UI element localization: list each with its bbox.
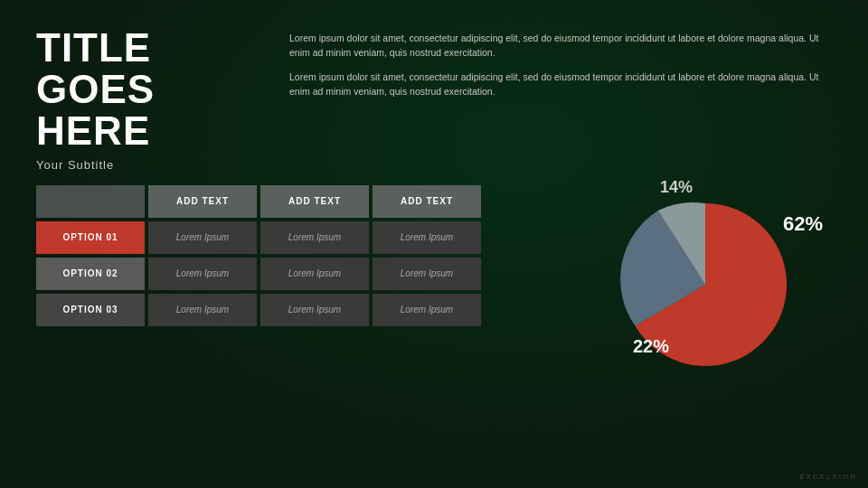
th-add-text-3: ADD TEXT: [373, 185, 481, 218]
title-block: TITLE GOES HERE Your Subtitle: [36, 27, 235, 172]
th-empty: [36, 185, 145, 218]
title-line3: HERE: [36, 108, 150, 153]
description-block: Lorem ipsum dolor sit amet, consectetur …: [235, 27, 832, 108]
chart-label-14: 14%: [660, 178, 693, 197]
table-row-option03: OPTION 03 Lorem Ipsum Lorem Ipsum Lorem …: [36, 294, 561, 326]
pct-14-text: 14%: [660, 178, 693, 196]
table-row-option02: OPTION 02 Lorem Ipsum Lorem Ipsum Lorem …: [36, 258, 561, 290]
option01-cell1: Lorem Ipsum: [148, 221, 257, 254]
description-2: Lorem ipsum dolor sit amet, consectetur …: [289, 70, 832, 99]
option01-label: OPTION 01: [36, 221, 145, 254]
option01-cell3: Lorem Ipsum: [373, 221, 481, 254]
pie-chart-container: 14% 62% 22%: [615, 194, 796, 375]
th-add-text-1: ADD TEXT: [148, 185, 257, 218]
option02-cell3: Lorem Ipsum: [373, 258, 481, 290]
table-header-row: ADD TEXT ADD TEXT ADD TEXT: [36, 185, 561, 218]
option02-text: OPTION 02: [62, 268, 118, 278]
chart-label-22: 22%: [633, 336, 669, 357]
th-add-text-2: ADD TEXT: [260, 185, 369, 218]
subtitle: Your Subtitle: [36, 158, 235, 172]
option01-cell2: Lorem Ipsum: [260, 221, 369, 254]
option03-cell1: Lorem Ipsum: [148, 294, 257, 326]
title-line2: GOES: [36, 67, 155, 111]
option03-label: OPTION 03: [36, 294, 145, 326]
chart-wrapper: 14% 62% 22%: [579, 185, 832, 375]
option03-cell2: Lorem Ipsum: [260, 294, 369, 326]
chart-label-62: 62%: [783, 212, 823, 236]
page-title: TITLE GOES HERE: [36, 27, 235, 153]
option03-text: OPTION 03: [62, 305, 118, 314]
option03-cell3: Lorem Ipsum: [373, 294, 481, 326]
main-content: ADD TEXT ADD TEXT ADD TEXT OPTION 01 Lor…: [36, 185, 832, 375]
pct-22-text: 22%: [633, 336, 669, 356]
page-content: TITLE GOES HERE Your Subtitle Lorem ipsu…: [0, 0, 868, 488]
description-1: Lorem ipsum dolor sit amet, consectetur …: [289, 31, 832, 61]
top-section: TITLE GOES HERE Your Subtitle Lorem ipsu…: [36, 27, 832, 172]
title-line1: TITLE: [36, 25, 151, 70]
option02-cell2: Lorem Ipsum: [260, 258, 369, 290]
option02-label: OPTION 02: [36, 258, 145, 290]
table-row-option01: OPTION 01 Lorem Ipsum Lorem Ipsum Lorem …: [36, 221, 561, 254]
data-table: ADD TEXT ADD TEXT ADD TEXT OPTION 01 Lor…: [36, 185, 561, 330]
option01-text: OPTION 01: [62, 232, 118, 242]
pct-62-text: 62%: [783, 212, 823, 235]
option02-cell1: Lorem Ipsum: [148, 258, 257, 290]
